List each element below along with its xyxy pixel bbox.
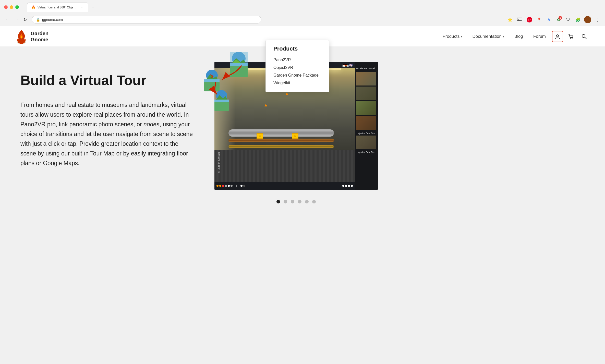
accelerator-label: Accelerator Tunnel [356,67,377,70]
carousel-dot-6[interactable] [312,200,316,203]
cart-icon [568,34,574,39]
logo-flame-icon [15,29,28,44]
warning-sign-1: ⚠ [257,133,263,139]
thumb-5[interactable] [356,136,376,149]
hero-text: Build a Virtual Tour From homes and real… [20,62,194,168]
shield-extension-icon[interactable]: 🛡 [565,16,572,23]
tab-close-button[interactable]: × [80,5,84,9]
thumb-1[interactable] [356,72,376,86]
close-window-button[interactable] [4,5,8,9]
maximize-window-button[interactable] [15,5,19,9]
website: Garden Gnome Products ▾ Documentation ▾ … [0,26,605,225]
g-extension-icon[interactable]: G 8 [555,16,562,23]
pinterest-extension-icon[interactable]: P [526,16,533,23]
site-nav-links: Products ▾ Documentation ▾ Blog Forum [438,31,590,42]
floor-grating [214,150,355,182]
thumb-2[interactable] [356,87,376,100]
tour-status-dots [216,185,233,187]
site-logo[interactable]: Garden Gnome [15,29,49,44]
copyright-text: © Jürgen Schrader [217,151,220,173]
svg-line-6 [585,37,587,39]
documentation-chevron-icon: ▾ [503,35,504,38]
account-icon [555,34,560,39]
bottom-bar-separator: | [236,184,237,187]
right-dot-4 [351,185,353,187]
carousel-dot-1[interactable] [276,200,280,203]
minimize-window-button[interactable] [10,5,13,9]
nav-documentation-label: Documentation [473,34,502,39]
pos-dot-2 [243,185,245,187]
status-dot-orange [216,185,219,187]
browser-tabs: 🔥 Virtual Tour and 360° Object M × + [27,3,601,12]
product-ggpackage-link[interactable]: Garden Gnome Package [273,71,321,79]
warning-sign-2: ⚠ [292,133,298,139]
account-button[interactable] [552,31,563,42]
extension-badge: 8 [559,16,562,20]
products-dropdown-title: Products [273,45,321,52]
browser-titlebar: 🔥 Virtual Tour and 360° Object M × + [0,0,605,14]
thumb-3[interactable] [356,101,376,115]
injector-label: Injector [342,64,352,68]
nav-blog-label: Blog [514,34,523,39]
thumb-4[interactable] [356,116,376,130]
extensions-icon[interactable]: 🧩 [574,16,582,23]
carousel-dot-5[interactable] [305,200,309,203]
carousel-dot-4[interactable] [298,200,301,203]
carousel-dot-2[interactable] [284,200,287,203]
active-tab[interactable]: 🔥 Virtual Tour and 360° Object M × [27,3,88,12]
status-dot-gray-2 [231,185,233,187]
hero-description: From homes and real estate to museums an… [20,100,194,168]
back-button[interactable]: ← [4,16,11,23]
security-lock-icon: 🔒 [36,18,40,22]
svg-point-2 [556,35,559,37]
main-pipe [228,129,334,137]
status-dot-white [228,185,230,187]
bookmark-icon[interactable]: ⭐ [506,16,514,23]
copper-pipe [228,139,334,142]
products-chevron-icon: ▾ [461,35,462,38]
url-display: ggnome.com [42,18,63,22]
tour-right-dots [342,185,353,187]
tour-bottom-bar: | [214,182,355,190]
pos-dot-1 [240,185,243,187]
browser-toolbar-right: ⭐ P 📍 A G 8 🛡 🧩 ⋮ [506,16,601,23]
reload-button[interactable]: ↻ [21,16,29,23]
product-object2vr-link[interactable]: Object2VR [273,64,321,71]
right-dot-2 [345,185,347,187]
search-button[interactable] [578,31,590,42]
status-dot-gray [225,185,227,187]
svg-point-4 [572,38,573,39]
carousel-dot-3[interactable] [291,200,294,203]
secondary-pipe [228,145,334,148]
address-bar[interactable]: 🔒 ggnome.com [32,16,261,23]
profile-avatar[interactable] [584,16,591,23]
nav-forum-label: Forum [533,34,546,39]
products-dropdown: Products Pano2VR Object2VR Garden Gnome … [265,40,329,92]
pinterest-p: P [527,17,532,22]
new-tab-button[interactable]: + [89,4,96,11]
browser-nav-buttons: ← → ↻ [4,16,29,23]
nav-blog-link[interactable]: Blog [510,32,527,41]
nav-arrow-up-1: ▲ [264,102,268,108]
status-dot-orange-2 [219,185,221,187]
nav-products-link[interactable]: Products ▾ [438,32,466,41]
a-extension-icon[interactable]: A [545,16,552,23]
more-options-icon[interactable]: ⋮ [594,16,601,23]
product-widgetkit-link[interactable]: Widgetkit [273,79,321,87]
cart-button[interactable] [565,31,576,42]
hero-italic-nodes: nodes [143,121,160,128]
logo-text: Garden Gnome [31,30,49,43]
nav-documentation-link[interactable]: Documentation ▾ [468,32,508,41]
location-extension-icon[interactable]: 📍 [536,16,543,23]
browser-chrome: 🔥 Virtual Tour and 360° Object M × + ← →… [0,0,605,26]
cast-icon[interactable] [516,16,523,23]
nav-forum-link[interactable]: Forum [529,32,550,41]
tab-title: Virtual Tour and 360° Object M [38,6,78,9]
product-pano2vr-link[interactable]: Pano2VR [273,56,321,64]
thumb-caption-1: Injector Botz Ops [356,132,377,135]
nav-products-label: Products [442,34,459,39]
forward-button[interactable]: → [13,16,20,23]
svg-point-3 [570,38,571,39]
tab-favicon: 🔥 [31,5,35,9]
thumb-caption-2: Injector Botz Ops [356,151,377,153]
